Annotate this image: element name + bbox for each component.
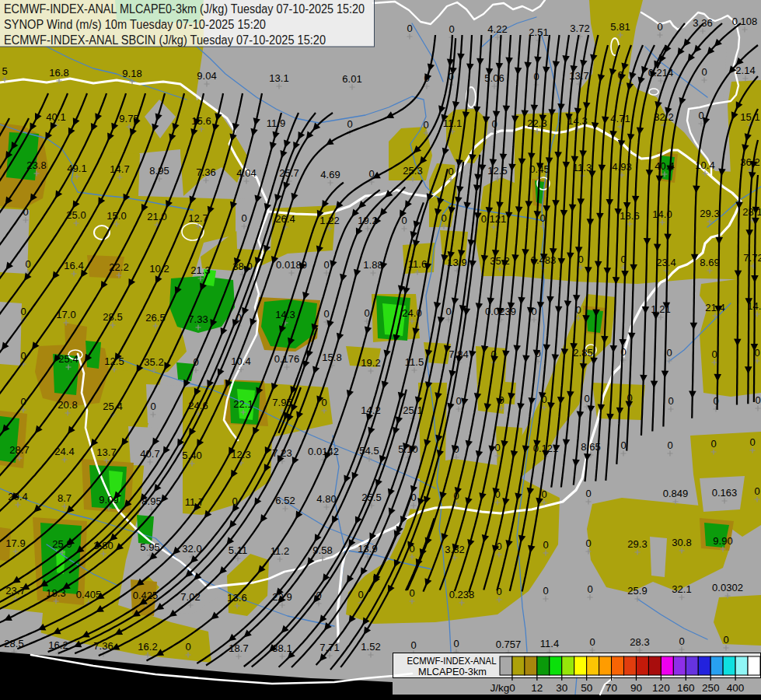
svg-text:14.7: 14.7 [110, 163, 129, 175]
svg-text:0: 0 [723, 634, 728, 646]
svg-text:0: 0 [589, 636, 595, 648]
svg-text:5.95: 5.95 [140, 541, 159, 553]
svg-text:0: 0 [711, 348, 717, 360]
svg-text:0: 0 [323, 259, 329, 271]
svg-text:0.757: 0.757 [496, 639, 522, 650]
svg-text:ECMWF-INDEX-ANAL MLCAPE0-3km (: ECMWF-INDEX-ANAL MLCAPE0-3km (J/kg) Tues… [4, 2, 365, 16]
svg-text:MLCAPE0-3km: MLCAPE0-3km [418, 666, 487, 677]
svg-text:ECMWF-INDEX-ANAL SBCIN (J/kg): ECMWF-INDEX-ANAL SBCIN (J/kg) Tuesday 07… [4, 33, 326, 47]
svg-text:21.4: 21.4 [705, 302, 724, 313]
svg-text:11.9: 11.9 [267, 117, 285, 129]
svg-text:28.3: 28.3 [630, 636, 649, 648]
svg-text:90: 90 [630, 682, 642, 694]
svg-text:25.1: 25.1 [403, 404, 422, 416]
svg-text:4.69: 4.69 [320, 169, 340, 180]
svg-text:32.2: 32.2 [654, 111, 673, 123]
svg-text:0: 0 [667, 439, 672, 451]
svg-text:0: 0 [585, 537, 591, 549]
svg-text:0: 0 [710, 438, 716, 450]
svg-text:16.8: 16.8 [49, 67, 68, 79]
svg-text:32.1: 32.1 [672, 583, 691, 595]
svg-text:11.4: 11.4 [540, 638, 559, 649]
svg-text:10.4: 10.4 [231, 355, 250, 367]
svg-text:2.51: 2.51 [529, 26, 548, 38]
svg-text:0.176: 0.176 [274, 353, 300, 365]
svg-text:32.0: 32.0 [182, 543, 201, 555]
svg-text:0: 0 [441, 212, 446, 224]
svg-text:0: 0 [358, 589, 363, 600]
svg-text:70: 70 [606, 682, 617, 694]
svg-text:30.8: 30.8 [672, 537, 691, 548]
svg-text:0: 0 [754, 485, 759, 497]
svg-text:0: 0 [587, 583, 592, 595]
svg-text:0.108: 0.108 [732, 16, 758, 27]
svg-text:4.22: 4.22 [487, 23, 507, 35]
svg-text:4.80: 4.80 [316, 493, 336, 505]
svg-text:19.2: 19.2 [361, 357, 380, 369]
svg-text:0: 0 [20, 306, 26, 317]
svg-text:25.3: 25.3 [403, 165, 422, 177]
svg-text:0: 0 [701, 66, 707, 78]
svg-text:6.01: 6.01 [342, 73, 361, 85]
svg-text:23.8: 23.8 [26, 159, 46, 171]
svg-text:9.04: 9.04 [197, 70, 216, 82]
svg-text:8.7: 8.7 [58, 492, 72, 504]
svg-text:0: 0 [185, 641, 190, 653]
svg-text:0: 0 [323, 308, 329, 320]
svg-text:0: 0 [755, 394, 760, 406]
svg-text:0: 0 [543, 539, 548, 551]
svg-text:0.0302: 0.0302 [712, 582, 743, 593]
svg-text:160: 160 [677, 682, 695, 694]
svg-text:1.52: 1.52 [361, 641, 380, 653]
svg-text:J/kg: J/kg [490, 682, 510, 694]
svg-text:0: 0 [150, 401, 155, 412]
svg-text:120: 120 [652, 682, 670, 694]
svg-text:29.3: 29.3 [627, 538, 647, 550]
svg-text:6.52: 6.52 [275, 495, 295, 506]
svg-text:2.85: 2.85 [573, 347, 592, 359]
svg-text:0: 0 [494, 442, 500, 453]
svg-text:50: 50 [581, 682, 592, 694]
svg-text:0.163: 0.163 [712, 487, 738, 499]
svg-text:16.2: 16.2 [138, 641, 157, 653]
svg-text:10.2: 10.2 [149, 263, 169, 275]
svg-text:9.18: 9.18 [122, 68, 141, 79]
svg-text:5.06: 5.06 [484, 72, 504, 84]
svg-text:9.90: 9.90 [713, 535, 732, 547]
svg-text:0: 0 [749, 436, 755, 448]
svg-text:13.1: 13.1 [269, 72, 288, 84]
svg-text:0: 0 [541, 488, 546, 500]
svg-text:7.36: 7.36 [196, 166, 215, 178]
svg-text:0: 0 [347, 118, 352, 130]
svg-text:25.9: 25.9 [627, 585, 647, 597]
svg-text:29.3: 29.3 [700, 208, 719, 219]
svg-text:23.4: 23.4 [656, 257, 675, 268]
svg-text:18.6: 18.6 [620, 210, 639, 222]
svg-text:0.121: 0.121 [481, 213, 507, 225]
svg-text:35.2: 35.2 [144, 356, 163, 368]
svg-text:1.88: 1.88 [363, 259, 382, 271]
svg-text:0: 0 [539, 212, 545, 224]
svg-text:20.8: 20.8 [58, 399, 77, 411]
svg-text:12.5: 12.5 [487, 165, 507, 177]
svg-text:12: 12 [531, 682, 543, 694]
svg-text:7.72: 7.72 [743, 252, 761, 264]
svg-text:7.33: 7.33 [188, 313, 208, 325]
svg-text:30: 30 [556, 682, 567, 694]
svg-text:25.4: 25.4 [58, 353, 78, 365]
svg-text:7.71: 7.71 [319, 642, 339, 653]
svg-text:0.0142: 0.0142 [308, 446, 339, 457]
svg-text:8.69: 8.69 [700, 257, 719, 268]
svg-text:0.849: 0.849 [663, 488, 689, 499]
svg-text:3.72: 3.72 [570, 23, 589, 34]
svg-text:0: 0 [409, 587, 414, 599]
svg-text:3.36: 3.36 [693, 17, 712, 29]
svg-text:0.238: 0.238 [449, 589, 475, 600]
svg-text:0: 0 [241, 212, 246, 224]
svg-text:22.1: 22.1 [233, 398, 253, 410]
svg-text:0: 0 [448, 166, 453, 177]
svg-text:0: 0 [620, 439, 626, 451]
svg-text:0: 0 [679, 635, 684, 647]
svg-text:0: 0 [585, 488, 591, 499]
svg-text:0: 0 [509, 682, 515, 694]
